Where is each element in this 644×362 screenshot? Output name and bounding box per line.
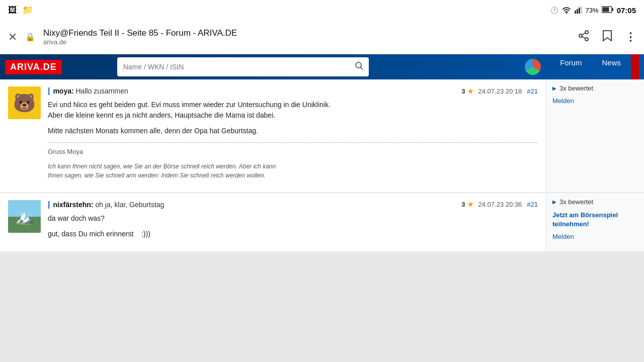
post-sidebar-1: ▶ 3x bewertet Melden bbox=[546, 79, 644, 192]
post-indicator-1: | bbox=[48, 86, 50, 95]
post-author-2: nixfärstehn: bbox=[53, 201, 93, 209]
post-meta-2: | nixfärstehn: oh ja, klar, Geburtstag 3… bbox=[48, 200, 538, 209]
nav-links: Forum News bbox=[550, 54, 639, 79]
post-sidebar-2: ▶ 3x bewertet Jetzt am Börsenspiel teiln… bbox=[546, 193, 644, 251]
browser-actions: ⋮ bbox=[578, 30, 636, 44]
signal-icon bbox=[575, 6, 583, 15]
post-layout-1: 🐻 | moya: Hallo zusammen 3 ★ bbox=[8, 86, 538, 185]
sidebar-votes-2[interactable]: ▶ 3x bewertet bbox=[552, 198, 638, 206]
search-bar bbox=[117, 57, 369, 76]
post-number-link-1[interactable]: #21 bbox=[527, 87, 538, 95]
post-number-link-2[interactable]: #21 bbox=[527, 201, 538, 208]
browser-bar: ✕ 🔒 Nixy@Friends Teil II - Seite 85 - Fo… bbox=[0, 20, 644, 54]
post-meta-1: | moya: Hallo zusammen 3 ★ 24.07.23 20:1… bbox=[48, 86, 538, 96]
svg-line-14 bbox=[360, 67, 363, 70]
red-accent bbox=[631, 54, 639, 79]
svg-rect-3 bbox=[579, 8, 580, 14]
post-indicator-2: | bbox=[48, 200, 50, 209]
ariva-logo[interactable]: ARIVA.DE bbox=[5, 60, 62, 74]
nav-news[interactable]: News bbox=[592, 54, 631, 79]
star-icon-2: ★ bbox=[467, 201, 473, 208]
post-author-subject-2: | nixfärstehn: oh ja, klar, Geburtstag bbox=[48, 200, 164, 209]
sidebar-report-1[interactable]: Melden bbox=[552, 97, 638, 105]
lock-icon: 🔒 bbox=[25, 32, 35, 42]
svg-rect-1 bbox=[575, 11, 576, 14]
post-body-1: Evi und Nico es geht beiden gut. Evi mus… bbox=[48, 100, 538, 180]
sidebar-report-2[interactable]: Melden bbox=[552, 233, 638, 240]
status-bar: 🖼 📁 🕐 73% bbox=[0, 0, 644, 20]
post-layout-2: 🏔️ | nixfärstehn: oh ja, klar, Geburtsta… bbox=[8, 200, 538, 244]
post-avatar-1: 🐻 bbox=[8, 86, 41, 119]
svg-line-12 bbox=[582, 33, 586, 35]
post-avatar-2: 🏔️ bbox=[8, 200, 41, 233]
post-main-2: 🏔️ | nixfärstehn: oh ja, klar, Geburtsta… bbox=[0, 193, 546, 251]
svg-point-0 bbox=[566, 12, 567, 14]
post-author-1: moya: bbox=[53, 87, 73, 95]
bookmark-button[interactable] bbox=[602, 30, 613, 44]
avatar-image-2: 🏔️ bbox=[15, 208, 34, 225]
post-info-right-2: 3 ★ 24.07.23 20:36 #21 bbox=[461, 201, 538, 208]
svg-rect-6 bbox=[612, 8, 613, 11]
page-url: ariva.de bbox=[43, 38, 570, 46]
share-button[interactable] bbox=[578, 30, 590, 44]
page-title: Nixy@Friends Teil II - Seite 85 - Forum … bbox=[43, 28, 570, 38]
vote-count-2: 3x bewertet bbox=[559, 198, 593, 206]
vote-count-1: 3x bewertet bbox=[559, 84, 593, 92]
svg-line-11 bbox=[582, 37, 586, 39]
logo-de: DE bbox=[43, 62, 57, 72]
sidebar-votes-1[interactable]: ▶ 3x bewertet bbox=[552, 84, 638, 92]
avatar-image-1: 🐻 bbox=[13, 93, 36, 114]
forum-content: 🐻 | moya: Hallo zusammen 3 ★ bbox=[0, 79, 644, 362]
nav-forum[interactable]: Forum bbox=[550, 54, 592, 79]
nav-icons bbox=[525, 59, 545, 75]
svg-rect-7 bbox=[602, 7, 609, 12]
ariva-header: ARIVA.DE Forum News bbox=[0, 54, 644, 79]
post-quote-1: Ich kann Ihnen nicht sagen, wie Sie an d… bbox=[48, 162, 538, 180]
post-row-2: 🏔️ | nixfärstehn: oh ja, klar, Geburtsta… bbox=[0, 193, 644, 251]
battery-percent: 73% bbox=[586, 7, 599, 14]
svg-point-8 bbox=[585, 31, 588, 34]
post-body-2: da war doch was? gut, dass Du mich erinn… bbox=[48, 213, 538, 239]
close-button[interactable]: ✕ bbox=[8, 31, 17, 44]
post-signature-1: Gruss Moya bbox=[48, 147, 538, 157]
svg-rect-2 bbox=[577, 9, 578, 14]
alarm-icon: 🕐 bbox=[550, 7, 558, 14]
post-author-subject-1: | moya: Hallo zusammen bbox=[48, 86, 128, 96]
post-divider-1 bbox=[48, 142, 538, 143]
multicolor-icon[interactable] bbox=[525, 59, 541, 75]
post-main-1: 🐻 | moya: Hallo zusammen 3 ★ bbox=[0, 79, 546, 192]
post-content-1: | moya: Hallo zusammen 3 ★ 24.07.23 20:1… bbox=[48, 86, 538, 185]
more-menu-button[interactable]: ⋮ bbox=[625, 31, 636, 44]
post-rating-2: 3 ★ bbox=[461, 201, 473, 208]
wifi-icon bbox=[561, 6, 572, 15]
sidebar-promo-link[interactable]: Jetzt am Börsenspiel teilnehmen! bbox=[552, 211, 638, 229]
search-button[interactable] bbox=[350, 57, 369, 76]
search-input[interactable] bbox=[117, 59, 350, 75]
post-row: 🐻 | moya: Hallo zusammen 3 ★ bbox=[0, 79, 644, 192]
image-icon: 🖼 bbox=[8, 5, 17, 16]
svg-point-10 bbox=[585, 38, 588, 41]
post-rating-1: 3 ★ bbox=[461, 87, 473, 95]
vote-arrow-2: ▶ bbox=[552, 199, 556, 205]
post-subject-2: oh ja, klar, Geburtstag bbox=[95, 201, 164, 209]
post-info-right-1: 3 ★ 24.07.23 20:18 #21 bbox=[461, 87, 538, 95]
vote-arrow-1: ▶ bbox=[552, 85, 556, 91]
post-subject-1: Hallo zusammen bbox=[76, 87, 128, 95]
post-date-1: 24.07.23 20:18 bbox=[478, 87, 522, 95]
post-date-2: 24.07.23 20:36 bbox=[478, 201, 522, 208]
page-title-area: Nixy@Friends Teil II - Seite 85 - Forum … bbox=[43, 28, 570, 46]
battery-icon bbox=[602, 6, 614, 15]
svg-point-13 bbox=[356, 62, 361, 68]
logo-text: ARIVA bbox=[10, 62, 40, 72]
svg-rect-4 bbox=[581, 6, 582, 14]
time-display: 07:05 bbox=[617, 6, 636, 15]
folder-icon: 📁 bbox=[22, 5, 33, 16]
svg-point-9 bbox=[579, 34, 582, 37]
star-icon-1: ★ bbox=[467, 87, 473, 95]
post-content-2: | nixfärstehn: oh ja, klar, Geburtstag 3… bbox=[48, 200, 538, 244]
